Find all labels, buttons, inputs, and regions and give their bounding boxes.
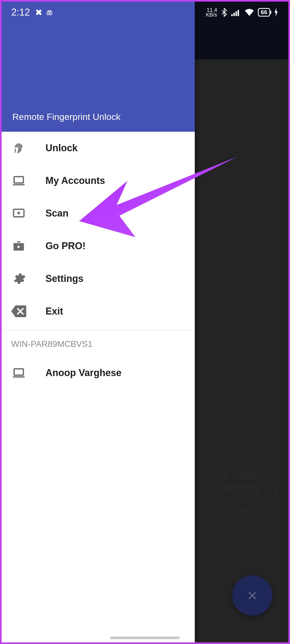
drawer-item-computer[interactable]: Anoop Varghese: [2, 357, 195, 389]
bluetooth-icon: [221, 8, 227, 17]
svg-point-10: [50, 13, 52, 15]
section-divider: [2, 330, 195, 330]
fingerprint-icon: [11, 141, 26, 156]
drawer-item-label: Anoop Varghese: [45, 367, 121, 378]
status-time: 2:12: [11, 7, 30, 18]
drawer-item-exit[interactable]: Exit: [2, 295, 195, 328]
svg-point-9: [47, 13, 49, 15]
drawer-list: Unlock My Accounts: [2, 132, 195, 642]
wifi-icon: [245, 9, 254, 16]
status-bar: 2:12 11.4 KB/s: [2, 2, 288, 23]
svg-rect-5: [14, 369, 24, 375]
gear-icon: [11, 271, 26, 286]
cellular-signal-icon: [231, 9, 241, 16]
charging-icon: [274, 8, 279, 17]
drawer-item-label: Settings: [45, 273, 83, 284]
incognito-icon: [45, 8, 54, 16]
backspace-icon: [11, 304, 26, 319]
network-speed: 11.4 KB/s: [206, 7, 217, 17]
svg-rect-0: [14, 177, 24, 183]
drawer-item-unlock[interactable]: Unlock: [2, 132, 195, 164]
drawer-item-label: My Accounts: [45, 175, 105, 186]
drawer-item-my-accounts[interactable]: My Accounts: [2, 164, 195, 197]
bandage-icon: [35, 8, 43, 16]
drawer-item-settings[interactable]: Settings: [2, 262, 195, 295]
drawer-item-scan[interactable]: Scan: [2, 197, 195, 230]
svg-rect-12: [231, 14, 232, 16]
screen-plus-icon: [11, 206, 26, 221]
svg-rect-14: [235, 12, 237, 16]
navigation-drawer: Remote Fingerprint Unlock Unlock: [2, 2, 195, 642]
drawer-item-label: Unlock: [45, 142, 78, 154]
laptop-icon: [11, 173, 26, 188]
drawer-item-label: Exit: [45, 306, 63, 317]
battery-indicator: 66: [258, 8, 270, 17]
drawer-item-go-pro[interactable]: Go PRO!: [2, 230, 195, 262]
drawer-title: Remote Fingerprint Unlock: [12, 112, 120, 122]
shop-icon: [11, 238, 26, 253]
drawer-item-label: Scan: [45, 208, 68, 219]
section-label: WIN-PAR89MCBVS1: [2, 335, 195, 357]
gesture-bar[interactable]: [110, 637, 180, 639]
laptop-icon: [11, 365, 26, 380]
svg-rect-13: [233, 13, 235, 16]
drawer-item-label: Go PRO!: [45, 240, 86, 252]
svg-rect-15: [238, 10, 239, 16]
